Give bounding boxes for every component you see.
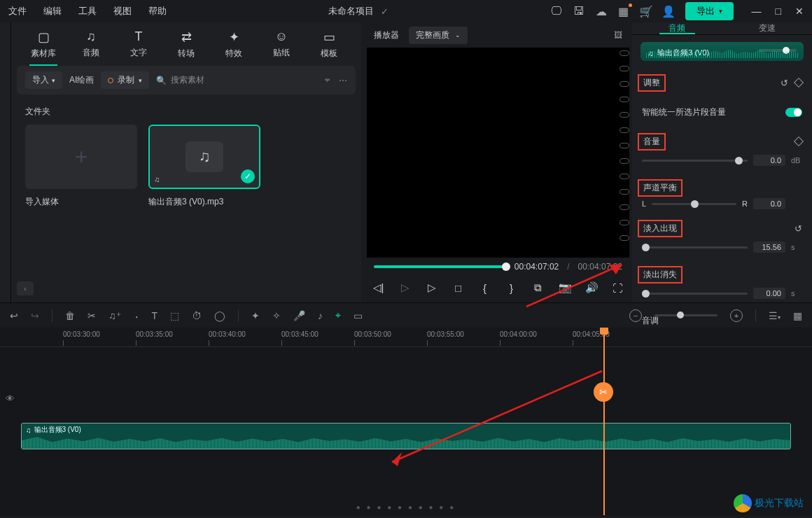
scissors-icon[interactable]: ✂	[594, 382, 613, 402]
quality-select[interactable]: 完整画质 ⌄	[409, 27, 468, 44]
speed-button[interactable]: ⏱	[192, 310, 202, 321]
fade-out-value[interactable]: 0.00	[753, 288, 785, 299]
balance-slider[interactable]	[652, 203, 736, 205]
sidebar-collapse-button[interactable]: ‹	[17, 281, 34, 295]
aspect-button[interactable]: ⧉	[532, 281, 545, 294]
fade-in-unit: s	[791, 243, 802, 251]
undo-button[interactable]: ↩	[10, 310, 18, 321]
snapshot-icon[interactable]: 🖼	[614, 30, 622, 40]
view-grid-button[interactable]: ▦	[793, 310, 802, 321]
prev-frame-button[interactable]: ◁|	[372, 281, 385, 294]
timeline-pagination: ● ● ● ● ● ● ● ● ● ●	[356, 503, 456, 511]
more-icon[interactable]: ⋯	[339, 76, 347, 85]
volume-slider[interactable]	[642, 160, 748, 162]
sidebar-rail	[0, 22, 11, 302]
audio-clip-chip[interactable]: ♫输出音频3 (V0)	[640, 42, 804, 61]
cart-icon[interactable]: 🛒	[640, 6, 652, 17]
volume-button[interactable]: 🔊	[585, 281, 598, 294]
audio-file-card[interactable]: ♫ ♫ ✓ 输出音频3 (V0).mp3	[148, 125, 260, 208]
template-icon: ▭	[323, 29, 335, 45]
record-button[interactable]: 录制▾	[101, 71, 149, 89]
menu-help[interactable]: 帮助	[148, 5, 167, 18]
view-list-button[interactable]: ☰▾	[769, 310, 780, 321]
ai-paint-button[interactable]: AI绘画	[69, 74, 94, 86]
zoom-slider[interactable]	[654, 314, 718, 316]
crop-button[interactable]: ⬚	[170, 310, 179, 321]
text-tool-button[interactable]: T	[152, 310, 158, 321]
audio-clip[interactable]: ♫输出音频3 (V0)	[21, 423, 791, 449]
tab-library[interactable]: ▢素材库	[20, 22, 67, 66]
tab-speed-props[interactable]: 变速	[722, 22, 813, 34]
snapshot-button[interactable]: 📷	[559, 281, 571, 294]
volume-value[interactable]: 0.0	[753, 155, 785, 166]
progress-slider[interactable]	[374, 265, 506, 268]
play-button[interactable]: ▷	[426, 281, 438, 294]
export-button[interactable]: 导出 ▾	[685, 2, 734, 20]
stop-button[interactable]: ▷	[399, 281, 412, 294]
playhead[interactable]: ✂	[603, 328, 605, 515]
tab-audio[interactable]: ♫音频	[67, 22, 115, 66]
music-icon: ♫	[26, 426, 31, 434]
marker-button[interactable]: ⬪	[134, 310, 139, 321]
minimize-button[interactable]: —	[752, 6, 762, 17]
balance-value[interactable]: 0.0	[753, 198, 785, 209]
menu-file[interactable]: 文件	[8, 5, 27, 18]
audio-badge-icon: ♫	[154, 175, 160, 183]
menu-edit[interactable]: 编辑	[43, 5, 62, 18]
delete-button[interactable]: 🗑	[65, 310, 75, 321]
save-icon[interactable]: 🖫	[573, 6, 584, 17]
smart-volume-toggle[interactable]	[785, 108, 802, 117]
progress-knob[interactable]	[502, 262, 510, 271]
zoom-out-button[interactable]: −	[629, 309, 642, 322]
monitor-icon[interactable]: 🖵	[551, 6, 562, 17]
preview-canvas[interactable]	[367, 48, 629, 258]
undo-icon[interactable]: ↺	[780, 78, 788, 88]
menubar-right: 🖵 🖫 ☁ ▦ 🛒 👤 导出 ▾ — □ ✕	[551, 2, 804, 20]
color-button[interactable]: ◯	[214, 310, 225, 321]
adjust-label: 调整	[638, 74, 666, 92]
zoom-in-button[interactable]: +	[730, 309, 743, 322]
import-card[interactable]: + 导入媒体	[25, 125, 137, 208]
filter-icon[interactable]: ⫧	[323, 76, 332, 85]
grid-icon[interactable]: ▦	[618, 6, 629, 17]
tab-transition[interactable]: ⇄转场	[162, 22, 210, 66]
ruler-tick: 00:03:40:00	[209, 330, 246, 338]
undo-icon[interactable]: ↺	[794, 223, 802, 234]
pause-button[interactable]: □	[452, 282, 465, 294]
audio-tool-button[interactable]: ♫⁺	[108, 310, 121, 321]
note-button[interactable]: ♪	[318, 310, 323, 321]
close-button[interactable]: ✕	[795, 6, 804, 17]
menu-view[interactable]: 视图	[113, 5, 132, 18]
effect1-button[interactable]: ✦	[251, 310, 260, 321]
mic-button[interactable]: 🎤	[293, 310, 305, 321]
tab-sticker[interactable]: ☺贴纸	[258, 22, 305, 66]
fade-in-value[interactable]: 15.56	[753, 241, 785, 253]
maximize-button[interactable]: □	[776, 6, 781, 17]
tab-audio-props[interactable]: 音频	[632, 22, 722, 34]
fullscreen-button[interactable]: ⛶	[612, 282, 624, 294]
link-button[interactable]: ▭	[354, 310, 363, 321]
keyframe-icon[interactable]	[794, 136, 804, 146]
mark-in-button[interactable]: {	[479, 282, 491, 294]
cloud-icon[interactable]: ☁	[596, 6, 607, 17]
keyframe-icon[interactable]	[794, 78, 804, 88]
track-visibility-icon[interactable]: 👁	[6, 393, 15, 404]
redo-button[interactable]: ↪	[31, 310, 39, 321]
watermark-text: 极光下载站	[755, 497, 804, 510]
magnet-button[interactable]: ⌖	[335, 309, 341, 321]
timeline[interactable]: 00:03:30:0000:03:35:0000:03:40:0000:03:4…	[0, 328, 812, 515]
tab-template[interactable]: ▭模板	[305, 22, 353, 66]
menu-tools[interactable]: 工具	[78, 5, 97, 18]
tab-effects[interactable]: ✦特效	[210, 22, 258, 66]
fade-out-slider[interactable]	[642, 293, 748, 295]
search-input[interactable]: 🔍 搜索素材	[156, 74, 316, 86]
fade-in-slider[interactable]	[642, 246, 748, 248]
timeline-ruler[interactable]: 00:03:30:0000:03:35:0000:03:40:0000:03:4…	[0, 328, 812, 347]
import-button[interactable]: 导入▾	[25, 71, 62, 89]
tab-text[interactable]: T文字	[115, 22, 162, 66]
chip-waveform	[646, 46, 798, 58]
mark-out-button[interactable]: }	[505, 282, 518, 294]
account-icon[interactable]: 👤	[663, 6, 674, 17]
cut-button[interactable]: ✂	[88, 310, 96, 321]
effect2-button[interactable]: ✧	[272, 310, 281, 321]
